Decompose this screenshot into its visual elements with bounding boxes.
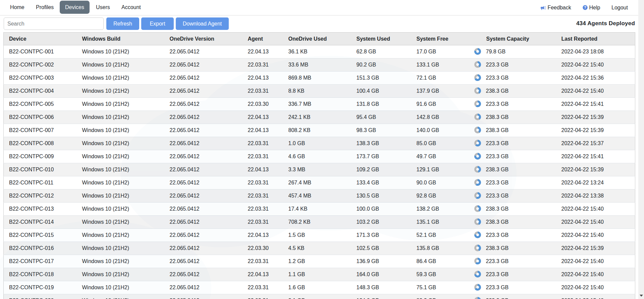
svg-text:?: ? xyxy=(584,5,586,9)
